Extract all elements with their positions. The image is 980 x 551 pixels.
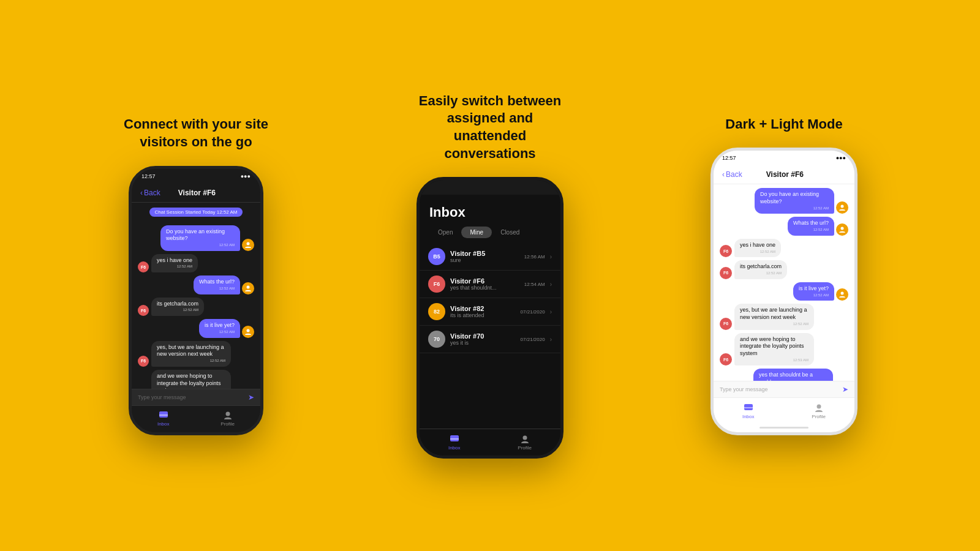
nav-profile-label-2: Profile [518,445,532,451]
inbox-list: B5 Visitor #B5 sure 12:56 AM › F6 Visito… [420,243,560,429]
bottom-nav: Inbox Profile [132,405,260,432]
status-bar-light: 12:57 ●●● [714,151,854,165]
send-icon-light[interactable]: ➤ [842,385,848,394]
inbox-item-time: 12:54 AM [524,282,545,287]
inbox-header: Inbox Open Mine Closed [420,195,560,243]
nav-profile-2[interactable]: Profile [518,435,532,451]
bubble: Do you have an existing website?12:52 AM [160,225,240,251]
inbox-item-time: 07/21/2020 [521,309,545,315]
avatar-70: 70 [428,331,445,348]
bubble: and we were hoping to integrate the loya… [151,370,231,389]
avatar-f6: F6 [138,356,149,367]
messages-area: Do you have an existing website?12:52 AM… [132,222,260,389]
avatar-f6-light: F6 [720,267,732,279]
nav-inbox-2[interactable]: Inbox [448,435,461,451]
visitor-preview: yes it is [450,340,516,346]
nav-inbox-label-light: Inbox [742,414,755,419]
back-button-light[interactable]: ‹ Back [722,170,742,179]
bubble-wrap: yes that shouldnt be a problem12:54 AM [753,369,848,381]
svg-point-8 [841,227,844,230]
status-bar-2 [420,180,560,195]
tab-mine[interactable]: Mine [461,227,492,238]
bubble-wrap: Do you have an existing website?12:52 AM [160,225,254,251]
back-label-light: Back [726,170,742,179]
nav-profile-light[interactable]: Profile [812,403,826,419]
back-label: Back [144,189,160,197]
sender-avatar [836,201,848,214]
inbox-item[interactable]: 82 Visitor #82 its is attended 07/21/202… [420,298,560,326]
nav-inbox[interactable]: Inbox [157,411,170,427]
session-banner-wrap: Chat Session Started Today 12:52 AM [132,203,260,222]
feature-title-3: Dark + Light Mode [725,116,842,133]
chat-header: ‹ Back Visitor #F6 [132,184,260,203]
send-icon[interactable]: ➤ [248,393,254,402]
status-icons: ●●● [241,173,251,179]
message-row: F6 yes, but we are launching a new versi… [720,304,848,329]
back-chevron-light: ‹ [722,170,725,179]
chevron-right-icon: › [550,336,552,343]
inbox-item-info: Visitor #B5 sure [450,250,519,263]
tab-open[interactable]: Open [429,227,461,238]
bubble-wrap: is it live yet?12:52 AM [793,282,848,301]
nav-inbox-light[interactable]: Inbox [742,403,755,419]
inbox-title: Inbox [429,204,551,220]
visitor-name: Visitor #70 [450,332,516,340]
sender-avatar [242,239,254,251]
message-row: F6 and we were hoping to integrate the l… [720,333,848,366]
home-indicator [760,427,809,429]
message-row: is it live yet?12:52 AM [138,319,254,337]
avatar-f6-light: F6 [720,318,732,330]
bubble: yes, but we are launching a new version … [151,341,231,367]
bubble: yes i have one12:52 AM [151,254,198,272]
inbox-item-meta: 12:54 AM [524,282,545,287]
input-area: Type your message ➤ [132,389,260,405]
svg-point-12 [816,404,821,408]
bubble: Whats the url?12:52 AM [788,217,834,235]
visitor-name: Visitor #82 [450,305,516,312]
inbox-item[interactable]: F6 Visitor #F6 yes that shouldnt... 12:5… [420,271,560,298]
feature-col-2: Easily switch between assigned and unatt… [343,92,637,459]
message-row: Do you have an existing website?12:52 AM [138,225,254,251]
bubble: is it live yet?12:52 AM [793,282,834,301]
inbox-item[interactable]: B5 Visitor #B5 sure 12:56 AM › [420,243,560,271]
messages-area-light: Do you have an existing website?12:52 AM… [714,184,854,381]
visitor-name: Visitor #F6 [450,277,519,285]
inbox-item-meta: 12:56 AM [524,254,545,260]
status-bar: 12:57 ●●● [132,169,260,184]
inbox-item[interactable]: 70 Visitor #70 yes it is 07/21/2020 › [420,326,560,353]
bubble: Whats the url?12:52 AM [194,276,240,294]
nav-profile[interactable]: Profile [221,411,235,427]
bottom-nav-light: Inbox Profile [714,397,854,424]
chevron-right-icon: › [550,253,552,260]
input-placeholder-light[interactable]: Type your message [720,386,768,392]
tab-closed[interactable]: Closed [492,227,528,238]
sender-avatar [242,326,254,338]
message-row: F6 yes i have one12:52 AM [138,254,254,272]
svg-rect-3 [159,411,168,418]
feature-title-1: Connect with your site visitors on the g… [116,116,276,151]
avatar-82: 82 [428,303,445,320]
message-row: F6 and we were hoping to integrate the l… [138,370,254,389]
back-button[interactable]: ‹ Back [140,189,160,197]
inbox-item-info: Visitor #82 its is attended [450,305,516,318]
status-time: 12:57 [141,173,156,179]
inbox-tabs: Open Mine Closed [429,227,551,238]
message-row: F6 its getcharla.com12:52 AM [720,260,848,279]
input-placeholder[interactable]: Type your message [138,394,186,400]
bubble: and we were hoping to integrate the loya… [734,333,814,366]
message-row: Do you have an existing website?12:52 AM [720,188,848,214]
bubble-wrap: Do you have an existing website?12:52 AM [755,188,848,214]
svg-point-4 [225,412,230,416]
feature-col-1: Connect with your site visitors on the g… [49,116,343,435]
feature-title-2: Easily switch between assigned and unatt… [410,92,570,162]
inbox-item-meta: 07/21/2020 [521,309,545,315]
header-title-light: Visitor #F6 [742,170,827,179]
bubble-wrap: is it live yet?12:52 AM [199,319,254,337]
bubble: yes, but we are launching a new version … [734,304,814,329]
bubble: Do you have an existing website?12:52 AM [755,188,834,214]
status-icons-light: ●●● [836,155,846,161]
bubble: is it live yet?12:52 AM [199,319,240,337]
back-chevron: ‹ [140,189,143,197]
bubble: its getcharla.com12:52 AM [734,260,787,279]
avatar-f6: F6 [138,261,149,272]
